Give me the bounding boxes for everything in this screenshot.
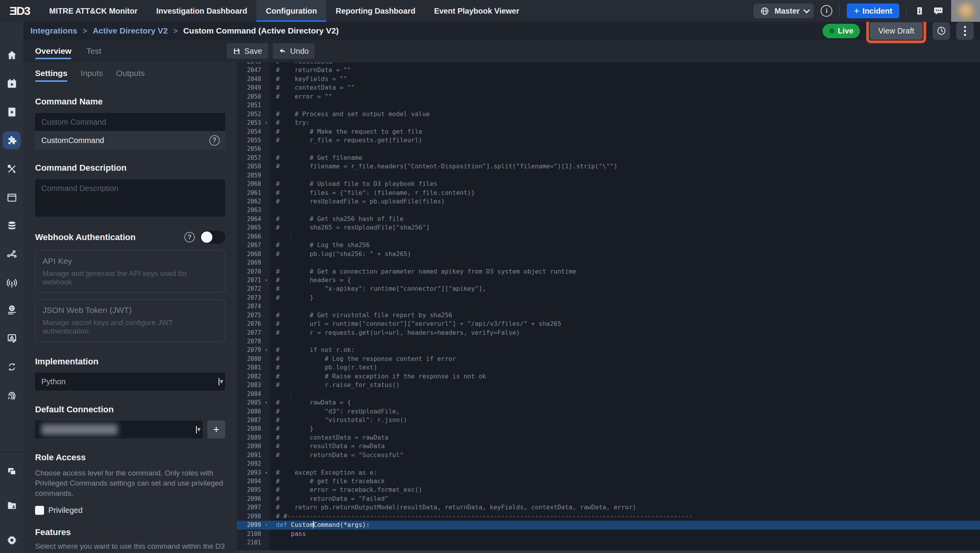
default-connection-select[interactable]: ▼ [35, 420, 203, 438]
utility-tools-icon[interactable] [3, 160, 21, 178]
more-options-button[interactable] [956, 22, 974, 40]
code-line-2073[interactable]: 2073# } [237, 293, 980, 302]
gear-icon[interactable] [3, 531, 21, 549]
code-line-2063[interactable]: 2063 [237, 206, 980, 214]
add-incident-button[interactable]: + Incident [847, 4, 899, 18]
nav-item-event-playbook-viewer[interactable]: Event Playbook Viewer [425, 0, 529, 22]
api-key-card[interactable]: API Key Manage and generate the API keys… [35, 250, 225, 293]
code-line-2083[interactable]: 2083# r.raise_for_status() [237, 381, 980, 389]
code-line-2066[interactable]: 2066 [237, 232, 980, 241]
fold-arrow-icon[interactable]: ▾ [265, 276, 268, 284]
code-line-2049[interactable]: 2049# contextData = "" [237, 83, 980, 92]
fold-arrow-icon[interactable]: ▾ [265, 521, 268, 529]
webhook-toggle[interactable] [200, 231, 225, 244]
privileged-checkbox[interactable] [35, 506, 44, 515]
global-lists-icon[interactable] [3, 301, 21, 319]
code-line-2050[interactable]: 2050# error = "" [237, 92, 980, 101]
nav-item-reporting-dashboard[interactable]: Reporting Dashboard [326, 0, 424, 22]
code-line-2101[interactable]: 2101 [237, 538, 980, 547]
version-history-button[interactable] [932, 22, 950, 40]
code-line-2076[interactable]: 2076# url = runtime["connector"]["server… [237, 320, 980, 328]
code-line-2088[interactable]: 2088# } [237, 424, 980, 433]
code-line-2086[interactable]: 2086# "d3": resUploadFile, [237, 407, 980, 416]
nav-item-investigation-dashboard[interactable]: Investigation Dashboard [147, 0, 256, 22]
code-line-2065[interactable]: 2065# sha265 = resUploadFile["sha256"] [237, 223, 980, 232]
code-line-2090[interactable]: 2090# resultData = rawData [237, 442, 980, 451]
user-folder-icon[interactable] [3, 496, 21, 514]
horizontal-scrollbar[interactable] [237, 550, 980, 553]
code-line-2092[interactable]: 2092 [237, 459, 980, 468]
save-button[interactable]: Save [227, 43, 268, 59]
nav-item-configuration[interactable]: Configuration [256, 0, 326, 22]
code-line-2075[interactable]: 2075# # Get virustotal file report by sh… [237, 311, 980, 320]
fold-arrow-icon[interactable]: ▾ [265, 398, 268, 407]
code-line-2064[interactable]: 2064# # Get sha256 hash of file [237, 215, 980, 223]
code-line-2079[interactable]: 2079▾# if not r.ok: [237, 346, 980, 354]
code-line-2094[interactable]: 2094# # get file traceback [237, 477, 980, 486]
code-editor[interactable]: 2046# resultData = ""2047# returnData = … [237, 62, 980, 553]
view-draft-button[interactable]: View Draft [870, 22, 923, 40]
code-line-2093[interactable]: 2093▾# except Exception as e: [237, 468, 980, 477]
code-line-2069[interactable]: 2069 [237, 258, 980, 267]
workspace-selector[interactable]: Master [754, 4, 814, 18]
app-window-icon[interactable] [3, 188, 21, 206]
code-line-2071[interactable]: 2071▾# headers = { [237, 276, 980, 284]
fold-arrow-icon[interactable]: ▾ [265, 118, 268, 127]
code-line-2057[interactable]: 2057# # Get filename [237, 154, 980, 162]
connections-icon[interactable] [3, 245, 21, 263]
code-line-2058[interactable]: 2058# filename = r_file.headers["Content… [237, 162, 980, 171]
code-line-2074[interactable]: 2074 [237, 302, 980, 311]
code-line-2077[interactable]: 2077# r = requests.get(url=url, headers=… [237, 329, 980, 337]
code-line-2060[interactable]: 2060# # Upload file to D3 playbook files [237, 180, 980, 188]
code-line-2062[interactable]: 2062# resUploadFile = pb.uploadFile(file… [237, 197, 980, 206]
code-line-2055[interactable]: 2055# r_file = requests.get(fileurl) [237, 136, 980, 145]
jwt-card[interactable]: JSON Web Token (JWT) Manage secret keys … [35, 299, 225, 342]
webhook-help-icon[interactable]: ? [184, 232, 195, 242]
code-line-2085[interactable]: 2085▾# rawData = { [237, 398, 980, 407]
code-line-2067[interactable]: 2067# # Log the sha256 [237, 241, 980, 249]
subtab-settings[interactable]: Settings [35, 69, 67, 82]
code-line-2087[interactable]: 2087# "virustotal": r.json() [237, 416, 980, 424]
implementation-select[interactable]: Python ▼ [35, 373, 225, 390]
code-line-2084[interactable]: 2084 [237, 390, 980, 398]
windows-icon[interactable] [3, 462, 21, 480]
integrations-puzzle-icon[interactable] [3, 131, 21, 149]
user-avatar[interactable] [951, 0, 980, 22]
code-line-2082[interactable]: 2082# # Raise exception if the response … [237, 372, 980, 381]
code-line-2091[interactable]: 2091# returnData = "Successful" [237, 451, 980, 459]
code-line-2099[interactable]: 2099▾def CustomCommand(*args): [237, 521, 980, 529]
code-line-2096[interactable]: 2096# returnData = "Failed" [237, 495, 980, 503]
fingerprint-icon[interactable] [3, 386, 21, 404]
fold-arrow-icon[interactable]: ▾ [265, 468, 268, 477]
code-line-2047[interactable]: 2047# returnData = "" [237, 66, 980, 74]
info-icon[interactable]: i [821, 5, 832, 17]
chat-icon[interactable] [932, 5, 944, 17]
breadcrumb-item[interactable]: Integrations [30, 26, 77, 35]
code-line-2046[interactable]: 2046# resultData = "" [237, 62, 980, 66]
code-line-2052[interactable]: 2052# # Process and set output model val… [237, 110, 980, 118]
database-icon[interactable] [3, 217, 21, 235]
code-line-2081[interactable]: 2081# pb.log(r.text) [237, 363, 980, 372]
code-line-2078[interactable]: 2078 [237, 337, 980, 346]
code-line-2080[interactable]: 2080# # Log the response content if erro… [237, 355, 980, 363]
code-line-2048[interactable]: 2048# keyFields = "" [237, 75, 980, 83]
code-line-2097[interactable]: 2097# return pb.returnOutputModel(result… [237, 503, 980, 512]
subtab-inputs[interactable]: Inputs [81, 69, 103, 82]
add-connection-button[interactable]: + [207, 420, 225, 438]
home-icon[interactable] [3, 46, 21, 64]
code-line-2098[interactable]: 2098# #---------------------------------… [237, 512, 980, 521]
command-name-input[interactable]: Custom Command [35, 113, 225, 131]
release-notes-icon[interactable] [914, 5, 925, 17]
fold-arrow-icon[interactable]: ▾ [265, 346, 268, 354]
help-icon[interactable]: ? [209, 135, 220, 146]
code-line-2095[interactable]: 2095# error = traceback.format_exc() [237, 486, 980, 494]
nav-item-mitre-att-ck-monitor[interactable]: MITRE ATT&CK Monitor [40, 0, 147, 22]
sync-icon[interactable] [3, 358, 21, 376]
tab-overview[interactable]: Overview [35, 40, 71, 62]
code-line-2072[interactable]: 2072# "x-apikey": runtime["connector"]["… [237, 284, 980, 293]
code-line-2054[interactable]: 2054# # Make the request to get file [237, 127, 980, 136]
code-line-2068[interactable]: 2068# pb.log("sha256: " + sha265) [237, 250, 980, 258]
investigation-calendar-icon[interactable] [3, 74, 21, 92]
code-line-2051[interactable]: 2051 [237, 101, 980, 110]
webhook-antenna-icon[interactable] [3, 274, 21, 292]
